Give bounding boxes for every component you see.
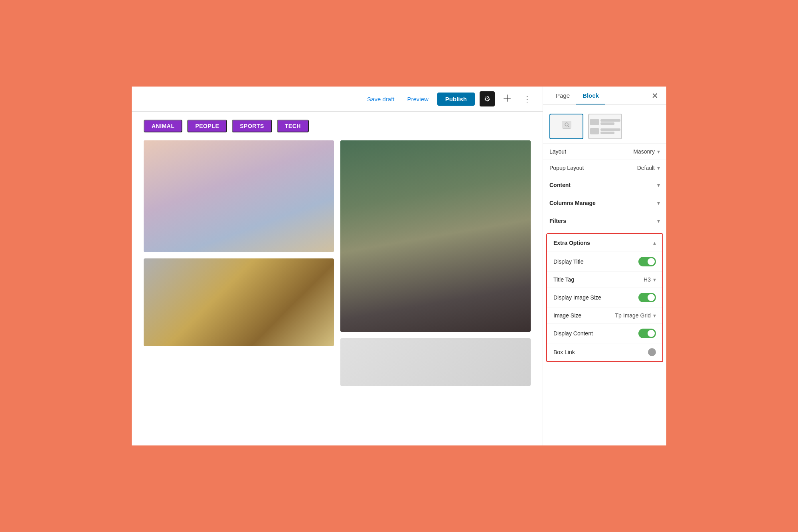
image-size-value: Tp Image Grid [615, 312, 651, 319]
tab-page[interactable]: Page [549, 87, 576, 104]
filter-tag-people[interactable]: PEOPLE [187, 120, 227, 132]
tab-block[interactable]: Block [576, 87, 605, 104]
preview-button[interactable]: Preview [403, 93, 432, 105]
extra-options-header[interactable]: Extra Options ▴ [547, 234, 662, 252]
settings-icon-button[interactable]: ⚙ [480, 91, 495, 106]
image-card-sports [340, 140, 531, 332]
display-content-row: Display Content [547, 324, 662, 343]
filter-tag-sports[interactable]: SPORTS [232, 120, 272, 132]
display-image-size-toggle[interactable] [638, 293, 656, 302]
extra-options-label: Extra Options [553, 240, 590, 246]
sports-image [340, 140, 531, 332]
filters-section-header[interactable]: Filters ▾ [543, 212, 666, 230]
popup-layout-option-row: Popup Layout Default ▾ [543, 160, 666, 176]
main-container: Save draft Preview Publish ⚙ ⋮ [132, 87, 666, 445]
filters-label: Filters [549, 218, 566, 224]
image-card-stairs [144, 258, 334, 346]
layout-thumb-grid[interactable] [549, 114, 583, 139]
masonry-col-1 [144, 140, 334, 439]
layout-thumbs [543, 110, 666, 144]
close-sidebar-button[interactable]: ✕ [650, 87, 660, 104]
columns-manage-label: Columns Manage [549, 200, 596, 206]
layout-value: Masonry [633, 148, 655, 155]
layout-thumb-list[interactable] [588, 114, 622, 139]
thumb-lines-list [590, 119, 620, 134]
top-bar: Save draft Preview Publish ⚙ ⋮ [132, 87, 543, 112]
columns-manage-section-header[interactable]: Columns Manage ▾ [543, 194, 666, 212]
sidebar-panel: Page Block ✕ [543, 87, 666, 445]
filter-tag-tech[interactable]: TECH [277, 120, 309, 132]
display-content-slider [638, 329, 656, 338]
popup-layout-value: Default [637, 165, 655, 171]
save-draft-button[interactable]: Save draft [363, 93, 398, 105]
display-title-slider [638, 257, 656, 266]
svg-rect-1 [507, 95, 508, 102]
display-content-toggle[interactable] [638, 329, 656, 338]
filter-tag-animal[interactable]: ANIMAL [144, 120, 182, 132]
display-title-row: Display Title [547, 252, 662, 272]
display-image-size-label: Display Image Size [553, 294, 601, 301]
layout-label: Layout [549, 148, 566, 155]
content-chevron-icon: ▾ [657, 182, 660, 188]
search-icon [561, 120, 572, 133]
display-image-size-row: Display Image Size [547, 288, 662, 307]
image-size-dropdown[interactable]: Tp Image Grid ▾ [615, 312, 656, 319]
image-size-chevron-icon: ▾ [653, 312, 656, 319]
sidebar-content: Layout Masonry ▾ Popup Layout Default ▾ … [543, 105, 666, 445]
extra-options-chevron-icon: ▴ [653, 240, 656, 246]
ellipsis-icon: ⋮ [523, 94, 531, 104]
people-image [144, 140, 334, 252]
masonry-col-2 [340, 140, 531, 439]
layout-chevron-icon: ▾ [657, 148, 660, 155]
box-link-row: Box Link [547, 343, 662, 361]
more-options-button[interactable]: ⋮ [519, 91, 535, 106]
box-link-toggle[interactable] [648, 348, 656, 356]
editor-area: Save draft Preview Publish ⚙ ⋮ [132, 87, 543, 445]
content-section-label: Content [549, 182, 571, 188]
content-area: ANIMAL PEOPLE SPORTS TECH [132, 112, 543, 445]
publish-button[interactable]: Publish [437, 93, 475, 106]
popup-layout-label: Popup Layout [549, 165, 584, 171]
popup-layout-dropdown[interactable]: Default ▾ [637, 165, 660, 171]
display-title-toggle[interactable] [638, 257, 656, 266]
stairs-image [144, 258, 334, 346]
image-size-label: Image Size [553, 312, 581, 319]
title-tag-row: Title Tag H3 ▾ [547, 272, 662, 288]
svg-rect-5 [563, 128, 571, 129]
image-card-people [144, 140, 334, 252]
masonry-grid [144, 140, 531, 439]
sidebar-tabs: Page Block ✕ [543, 87, 666, 105]
display-title-label: Display Title [553, 258, 583, 265]
layout-dropdown[interactable]: Masonry ▾ [633, 148, 660, 155]
title-tag-value: H3 [644, 276, 651, 283]
title-tag-chevron-icon: ▾ [653, 276, 656, 283]
image-card-small [340, 338, 531, 386]
extra-options-section: Extra Options ▴ Display Title Title Tag … [546, 233, 663, 362]
filter-tags-bar: ANIMAL PEOPLE SPORTS TECH [144, 120, 531, 132]
block-editor-icon-button[interactable] [500, 91, 515, 106]
title-tag-label: Title Tag [553, 276, 574, 283]
filters-chevron-icon: ▾ [657, 218, 660, 224]
box-link-label: Box Link [553, 349, 575, 355]
image-size-row: Image Size Tp Image Grid ▾ [547, 307, 662, 324]
svg-rect-2 [562, 121, 571, 128]
columns-manage-chevron-icon: ▾ [657, 200, 660, 206]
display-image-size-slider [638, 293, 656, 302]
plus-cross-icon [503, 94, 511, 104]
display-content-label: Display Content [553, 330, 593, 337]
title-tag-dropdown[interactable]: H3 ▾ [644, 276, 656, 283]
layout-option-row: Layout Masonry ▾ [543, 144, 666, 160]
popup-layout-chevron-icon: ▾ [657, 165, 660, 171]
gear-icon: ⚙ [484, 95, 490, 103]
content-section-header[interactable]: Content ▾ [543, 176, 666, 194]
